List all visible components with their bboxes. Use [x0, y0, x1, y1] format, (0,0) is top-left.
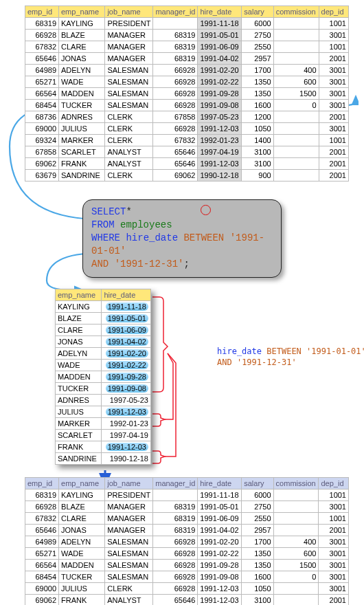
- table-row: BLAZE1991-05-01: [56, 313, 151, 324]
- table-row: 69062FRANKANALYST656461991-12-0331002001: [25, 595, 349, 605]
- result-table: emp_idemp_namejob_namemanager_idhire_dat…: [25, 477, 349, 605]
- ann-between: BETWEEN: [266, 346, 302, 356]
- kw-where: WHERE: [91, 232, 120, 243]
- col-commission: commission: [273, 6, 319, 18]
- col-dep_id: dep_id: [319, 478, 349, 490]
- highlighted-date: 1991-04-02: [106, 338, 148, 346]
- col-emp_name: emp_name: [56, 289, 102, 301]
- ann-col: hire_date: [217, 346, 262, 356]
- table-row: SCARLET1997-04-19: [56, 430, 151, 441]
- sql-query-box: SELECT* FROM employees WHERE hire_date B…: [82, 199, 282, 278]
- projection-table: emp_namehire_date KAYLING1991-11-18BLAZE…: [55, 289, 151, 465]
- col-emp_name: emp_name: [59, 6, 105, 18]
- highlighted-date: 1991-12-03: [106, 443, 148, 451]
- table-row: 69000JULIUSCLERK669281991-12-0310503001: [25, 123, 349, 135]
- table-row: 65271WADESALESMAN669281991-02-2213506003…: [25, 548, 349, 560]
- table-header: emp_namehire_date: [56, 289, 151, 301]
- table-row: 66564MADDENSALESMAN669281991-09-28135015…: [25, 560, 349, 571]
- col-hire_date: hire_date: [198, 478, 242, 490]
- table-row: JONAS1991-04-02: [56, 336, 151, 348]
- table-row: 66928BLAZEMANAGER683191991-05-0127503001: [25, 30, 349, 41]
- ann-v2: '1991-12-31': [237, 358, 297, 367]
- table-row: 65646JONASMANAGER683191991-04-0229572001: [25, 53, 349, 65]
- table-row: MARKER1992-01-23: [56, 418, 151, 430]
- table-row: 67858SCARLETANALYST656461997-04-19310020…: [25, 146, 349, 158]
- table-row: 67832CLAREMANAGER683191991-06-0925501001: [25, 41, 349, 53]
- table-row: 64989ADELYNSALESMAN669281991-02-20170040…: [25, 536, 349, 548]
- col-salary: salary: [242, 478, 273, 490]
- highlighted-date: 1991-11-18: [106, 302, 148, 311]
- ann-and: AND: [217, 358, 232, 367]
- highlighted-date: 1991-06-09: [106, 326, 148, 334]
- source-table: emp_idemp_namejob_namemanager_idhire_dat…: [25, 6, 349, 182]
- table-header: emp_idemp_namejob_namemanager_idhire_dat…: [25, 6, 349, 18]
- table-row: 66564MADDENSALESMAN669281991-09-28135015…: [25, 88, 349, 100]
- kw-select: SELECT: [91, 206, 126, 217]
- table-row: 63679SANDRINECLERK690621990-12-189002001: [25, 170, 349, 182]
- highlighted-date: 1991-09-08: [106, 384, 148, 393]
- table-row: 66928BLAZEMANAGER683191991-05-0127503001: [25, 501, 349, 513]
- table-row: 68319KAYLINGPRESIDENT1991-11-1860001001: [25, 18, 349, 30]
- col-hire_date: hire_date: [198, 6, 242, 18]
- table-row: JULIUS1991-12-03: [56, 406, 151, 418]
- table-row: MADDEN1991-09-28: [56, 371, 151, 383]
- table-row: 69000JULIUSCLERK669281991-12-0310503001: [25, 583, 349, 595]
- col-emp_id: emp_id: [25, 6, 59, 18]
- table-row: ADNRES1997-05-23: [56, 395, 151, 406]
- highlighted-date: 1991-09-28: [106, 373, 148, 381]
- highlighted-date: 1991-05-01: [106, 314, 148, 322]
- kw-v2: '1991-12-31': [115, 258, 184, 270]
- kw-col: hire_date: [126, 232, 178, 243]
- kw-star: *: [126, 206, 131, 217]
- col-emp_name: emp_name: [59, 478, 105, 490]
- table-header: emp_idemp_namejob_namemanager_idhire_dat…: [25, 478, 349, 490]
- kw-semi: ;: [183, 258, 189, 270]
- table-row: 68319KAYLINGPRESIDENT1991-11-1860001001: [25, 490, 349, 501]
- table-row: 64989ADELYNSALESMAN669281991-02-20170040…: [25, 65, 349, 76]
- highlighted-date: 1991-02-20: [106, 349, 148, 358]
- table-row: CLARE1991-06-09: [56, 324, 151, 336]
- table-row: 68454TUCKERSALESMAN669281991-09-08160003…: [25, 100, 349, 111]
- table-row: 65271WADESALESMAN669281991-02-2213506003…: [25, 76, 349, 88]
- table-row: 69324MARKERCLERK678321992-01-2314001001: [25, 135, 349, 146]
- col-hire_date: hire_date: [102, 289, 151, 301]
- kw-between: BETWEEN: [183, 232, 224, 243]
- diagram-container: emp_idemp_namejob_namemanager_idhire_dat…: [5, 6, 359, 605]
- table-row: 69062FRANKANALYST656461991-12-0331002001: [25, 158, 349, 170]
- table-row: KAYLING1991-11-18: [56, 301, 151, 313]
- kw-and: AND: [91, 258, 109, 270]
- col-dep_id: dep_id: [319, 6, 348, 18]
- table-row: 68454TUCKERSALESMAN669281991-09-08160003…: [25, 571, 349, 583]
- table-row: ADELYN1991-02-20: [56, 348, 151, 360]
- col-manager_id: manager_id: [153, 6, 198, 18]
- table-row: 67832CLAREMANAGER683191991-06-0925501001: [25, 513, 349, 525]
- col-manager_id: manager_id: [153, 478, 198, 490]
- projection-table-wrap: emp_namehire_date KAYLING1991-11-18BLAZE…: [55, 289, 151, 465]
- col-commission: commission: [273, 478, 319, 490]
- kw-table: employees: [120, 219, 172, 230]
- kw-from: FROM: [91, 219, 115, 230]
- col-job_name: job_name: [105, 6, 153, 18]
- ann-v1: '1991-01-01': [306, 346, 364, 356]
- highlighted-date: 1991-02-22: [106, 361, 148, 369]
- col-salary: salary: [242, 6, 273, 18]
- filter-annotation: hire_date BETWEEN '1991-01-01' AND '1991…: [217, 346, 364, 368]
- col-emp_id: emp_id: [25, 478, 59, 490]
- col-job_name: job_name: [105, 478, 153, 490]
- table-row: 65646JONASMANAGER683191991-04-0229572001: [25, 525, 349, 536]
- table-row: TUCKER1991-09-08: [56, 383, 151, 395]
- table-row: WADE1991-02-22: [56, 360, 151, 371]
- table-row: 68736ADNRESCLERK678581997-05-2312002001: [25, 111, 349, 123]
- table-row: SANDRINE1990-12-18: [56, 453, 151, 465]
- table-row: FRANK1991-12-03: [56, 441, 151, 453]
- highlighted-date: 1991-12-03: [106, 408, 148, 416]
